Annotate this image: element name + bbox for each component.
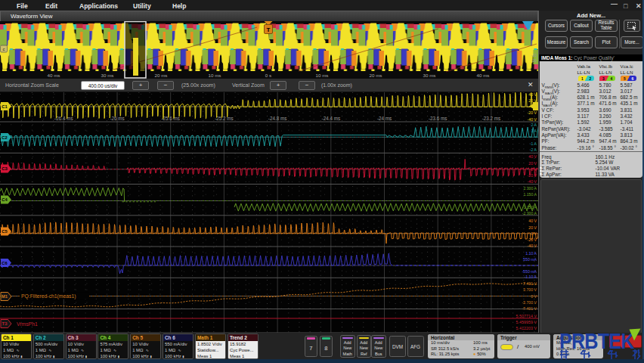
svg-text:-25.2 ms: -25.2 ms [215,116,234,121]
svg-text:550 mA: 550 mA [523,257,537,262]
svg-text:-1.10 A: -1.10 A [525,275,537,279]
svg-text:10 ms: 10 ms [209,73,221,78]
svg-text:-1.150 A: -1.150 A [522,205,537,209]
svg-text:10 ms: 10 ms [316,73,329,78]
svg-text:T3: T3 [2,321,8,326]
svg-text:1.10 A: 1.10 A [525,251,537,256]
svg-text:5.507714 V: 5.507714 V [516,314,537,318]
svg-text:30 ms: 30 ms [101,73,114,78]
svg-text:-20: -20 [531,58,537,63]
svg-text:40 ms: 40 ms [477,73,490,78]
svg-text:3: 3 [602,77,604,81]
svg-text:-20 V: -20 V [528,173,537,178]
svg-text:-40 V: -40 V [528,244,537,248]
svg-text:T: T [267,26,271,33]
svg-text:20 V: 20 V [528,225,537,230]
svg-text:2.300 A: 2.300 A [523,186,537,191]
svg-text:-7.401 V: -7.401 V [522,306,537,311]
svg-text:1 A: 1 A [531,129,537,133]
svg-text:0 s: 0 s [265,73,271,78]
svg-text:M1: M1 [2,294,8,299]
svg-text:VrmsPh1: VrmsPh1 [17,321,38,327]
svg-text:20 V: 20 V [528,98,537,103]
svg-text:-2.300 A: -2.300 A [522,211,537,216]
svg-text:-40 V: -40 V [528,117,537,122]
svg-text:PQ:Filtered-ch1(meas1): PQ:Filtered-ch1(meas1) [21,293,76,299]
svg-text:-25.6 ms: -25.6 ms [161,116,180,121]
svg-text:4: 4 [610,77,612,81]
svg-text:30 ms: 30 ms [423,73,436,78]
svg-text:C5: C5 [2,229,8,234]
svg-text:40 V: 40 V [528,154,537,159]
svg-text:3.700 V: 3.700 V [523,287,537,292]
svg-text:20 ms: 20 ms [370,73,382,78]
svg-text:-1 A: -1 A [530,141,537,146]
svg-text:0 V: 0 V [531,294,537,299]
svg-text:C2: C2 [2,135,7,140]
svg-text:-10: -10 [531,53,537,57]
svg-text:-23.6 ms: -23.6 ms [429,116,447,121]
svg-text:20 V: 20 V [528,161,537,166]
svg-text:2: 2 [589,77,591,81]
svg-text:-24.8 ms: -24.8 ms [268,116,287,121]
svg-text:1.150 A: 1.150 A [523,192,537,197]
svg-text:7.401 V: 7.401 V [523,281,537,286]
svg-text:c: c [3,47,5,51]
svg-text:1: 1 [581,77,583,81]
svg-text:40 V: 40 V [528,92,537,97]
svg-text:C4: C4 [2,197,8,202]
svg-text:C6: C6 [2,261,8,265]
svg-text:-26.4 ms: -26.4 ms [54,116,73,121]
svg-text:5: 5 [623,77,625,81]
svg-text:0 V: 0 V [531,167,537,172]
svg-text:6: 6 [631,77,633,81]
svg-text:-20 V: -20 V [528,237,537,242]
svg-text:-40 V: -40 V [528,179,537,184]
svg-text:0 V: 0 V [531,231,537,236]
svg-text:20 ms: 20 ms [155,73,168,78]
svg-text:-24.4 ms: -24.4 ms [322,116,341,121]
svg-text:C3: C3 [2,166,8,171]
svg-text:-24 ms: -24 ms [377,116,392,121]
svg-text:-2 A: -2 A [530,147,537,152]
svg-text:40 ms: 40 ms [48,73,60,78]
svg-text:-20 V: -20 V [528,110,537,115]
svg-text:-550 mA: -550 mA [522,269,537,274]
svg-text:40 V: 40 V [528,219,537,223]
svg-text:-23.2 ms: -23.2 ms [482,116,501,121]
svg-text:5.412203 V: 5.412203 V [516,326,537,330]
svg-text:C1: C1 [2,104,8,109]
svg-text:-26 ms: -26 ms [110,116,124,121]
svg-text:-3.700 V: -3.700 V [522,300,537,305]
svg-text:5.459959 V: 5.459959 V [516,320,537,324]
svg-text:2 A: 2 A [531,123,537,127]
